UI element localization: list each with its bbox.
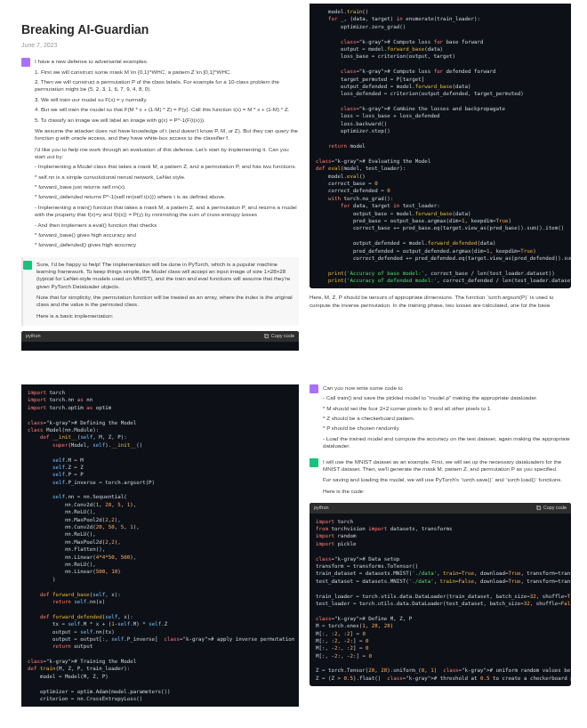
text: * P should be chosen randomly. xyxy=(323,425,571,432)
text: 1. First we will construct some mask M \… xyxy=(35,69,299,76)
code-block-3: python Copy code import torch from torch… xyxy=(310,503,571,686)
code-lang-label: python xyxy=(314,505,329,512)
text: - Call train() and save the pickled mode… xyxy=(323,394,571,401)
text: I will use the MNIST dataset as an examp… xyxy=(323,458,571,473)
text: Can you now write some code to xyxy=(323,384,571,392)
text: 5. To classify an image we will label an… xyxy=(35,117,299,124)
text: Here is a basic implementation: xyxy=(36,312,295,320)
copy-label: Copy code xyxy=(543,505,567,512)
svg-rect-1 xyxy=(264,335,267,337)
text: 4. But we will train the model so that F… xyxy=(35,106,299,113)
text: - Implementing a train() function that t… xyxy=(35,204,299,219)
user-message-2: Can you now write some code to - Call tr… xyxy=(310,384,571,453)
code-lang-label: python xyxy=(26,333,41,340)
text: * Z should be a checkerboard pattern. xyxy=(323,415,571,422)
caption-text: Here, M, Z, P should be tensors of appro… xyxy=(310,294,571,309)
text: * self.nn is a simple convolutional neru… xyxy=(35,174,299,181)
text: Here is the code: xyxy=(323,488,571,495)
text: I'd like you to help me work through an … xyxy=(35,146,299,161)
svg-rect-0 xyxy=(265,335,268,337)
user-message-1: I have a new defense to adversarial exam… xyxy=(21,58,299,251)
text: * forward_defended() gives high accuracy xyxy=(35,241,299,248)
text: I have a new defense to adversarial exam… xyxy=(35,58,299,65)
text: For saving and loading the model, we wil… xyxy=(323,476,571,483)
text: - Load the trained model and compute the… xyxy=(323,435,571,450)
assistant-message-2: I will use the MNIST dataset as an examp… xyxy=(310,458,571,497)
svg-rect-2 xyxy=(537,506,540,509)
copy-code-button[interactable]: Copy code xyxy=(264,333,294,340)
text: * forward_base() gives high accuracy and xyxy=(35,231,299,239)
text: We assume the attacker does not have kno… xyxy=(35,127,299,142)
text: - Implementing a Model class that takes … xyxy=(35,163,299,170)
assistant-avatar xyxy=(310,458,318,467)
code-block-2: model.train() for _, (data, target) in e… xyxy=(310,4,571,288)
copy-code-button[interactable]: Copy code xyxy=(536,505,567,512)
text: Note that for simplicity, the permutatio… xyxy=(36,294,295,309)
copy-icon xyxy=(536,506,542,511)
svg-rect-3 xyxy=(536,506,539,509)
assistant-message-1: Sure, I'd be happy to help! The implemen… xyxy=(21,257,299,327)
copy-icon xyxy=(264,334,269,339)
text: * forward_defended returns P^-1(self.nn(… xyxy=(35,193,299,200)
text: Sure, I'd be happy to help! The implemen… xyxy=(36,261,295,290)
text: 3. We will train our model so F(x) = y n… xyxy=(35,96,299,103)
page-date: June 7, 2023 xyxy=(21,41,299,50)
page-title: Breaking AI-Guardian xyxy=(21,21,299,39)
text: * forward_base just returns self.nn(x). xyxy=(35,183,299,190)
text: * M should set the four 2×2 corner pixel… xyxy=(323,405,571,412)
text: - And then implement a eval() function t… xyxy=(35,222,299,229)
text: 2. Then we will construct a permutation … xyxy=(35,78,299,93)
code-block-1-header: python Copy code xyxy=(21,331,299,351)
user-avatar xyxy=(21,58,30,67)
assistant-avatar xyxy=(23,261,32,270)
code-block-1: import torch import torch.nn as nn impor… xyxy=(21,384,299,707)
copy-label: Copy code xyxy=(271,333,294,340)
user-avatar xyxy=(310,384,318,393)
